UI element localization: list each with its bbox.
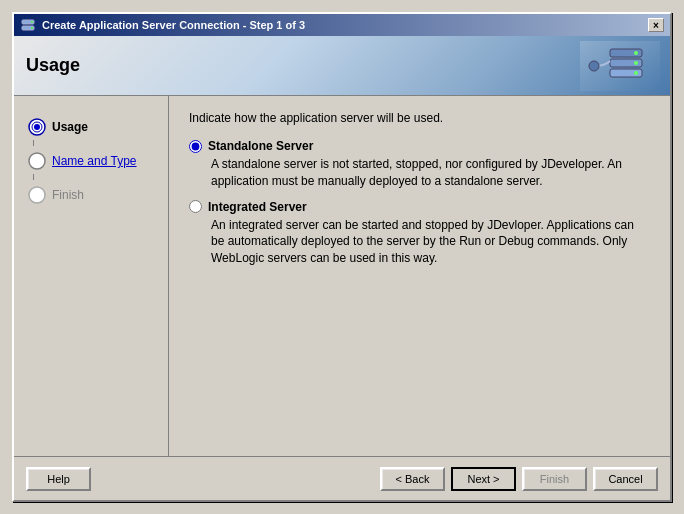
standalone-radio[interactable]: [189, 140, 202, 153]
title-bar-left: Create Application Server Connection - S…: [20, 17, 305, 33]
sidebar: Usage Name and Type Finish: [14, 96, 169, 456]
integrated-title: Integrated Server: [208, 200, 307, 214]
svg-point-16: [29, 187, 45, 203]
connector-line-2: [33, 174, 34, 180]
instruction-text: Indicate how the application server will…: [189, 111, 650, 125]
next-button[interactable]: Next >: [451, 467, 516, 491]
footer-right: < Back Next > Finish Cancel: [380, 467, 658, 491]
standalone-desc: A standalone server is not started, stop…: [211, 156, 650, 190]
svg-point-3: [31, 27, 33, 29]
server-icon: [20, 17, 36, 33]
title-bar-text: Create Application Server Connection - S…: [42, 19, 305, 31]
header-decoration: [580, 41, 660, 91]
svg-point-15: [29, 153, 45, 169]
dialog-header: Usage: [14, 36, 670, 96]
svg-point-14: [34, 124, 40, 130]
svg-point-2: [31, 21, 33, 23]
footer: Help < Back Next > Finish Cancel: [14, 456, 670, 500]
finish-step-icon: [28, 186, 46, 204]
svg-point-11: [589, 61, 599, 71]
dialog-window: Create Application Server Connection - S…: [12, 12, 672, 502]
standalone-label[interactable]: Standalone Server: [189, 139, 650, 153]
title-bar: Create Application Server Connection - S…: [14, 14, 670, 36]
connector-line-1: [33, 140, 34, 146]
usage-step-icon: [28, 118, 46, 136]
footer-left: Help: [26, 467, 380, 491]
header-title: Usage: [26, 55, 80, 76]
sidebar-item-finish: Finish: [24, 184, 158, 206]
close-button[interactable]: ×: [648, 18, 664, 32]
dialog-body: Usage Name and Type Finish: [14, 96, 670, 456]
integrated-desc: An integrated server can be started and …: [211, 217, 650, 267]
svg-point-10: [634, 71, 638, 75]
sidebar-label-usage: Usage: [52, 120, 88, 134]
option-group: Standalone Server A standalone server is…: [189, 139, 650, 267]
back-button[interactable]: < Back: [380, 467, 445, 491]
standalone-title: Standalone Server: [208, 139, 313, 153]
sidebar-label-finish: Finish: [52, 188, 84, 202]
integrated-label[interactable]: Integrated Server: [189, 200, 650, 214]
svg-point-9: [634, 61, 638, 65]
svg-point-8: [634, 51, 638, 55]
integrated-radio[interactable]: [189, 200, 202, 213]
name-type-step-icon: [28, 152, 46, 170]
sidebar-label-name-type[interactable]: Name and Type: [52, 154, 137, 168]
sidebar-item-name-type[interactable]: Name and Type: [24, 150, 158, 172]
standalone-option: Standalone Server A standalone server is…: [189, 139, 650, 190]
cancel-button[interactable]: Cancel: [593, 467, 658, 491]
finish-button[interactable]: Finish: [522, 467, 587, 491]
help-button[interactable]: Help: [26, 467, 91, 491]
sidebar-item-usage: Usage: [24, 116, 158, 138]
content-area: Indicate how the application server will…: [169, 96, 670, 456]
integrated-option: Integrated Server An integrated server c…: [189, 200, 650, 267]
